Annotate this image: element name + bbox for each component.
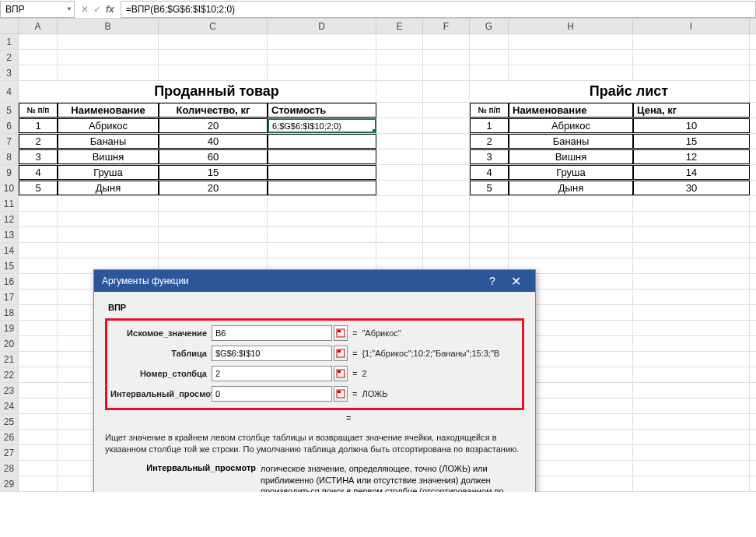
arg-input-0[interactable] bbox=[212, 325, 332, 341]
cell-H13[interactable] bbox=[509, 227, 633, 242]
dialog-help-icon[interactable]: ? bbox=[481, 275, 504, 287]
name-box-dropdown-icon[interactable]: ▼ bbox=[66, 5, 72, 12]
cell-E8[interactable] bbox=[376, 149, 423, 164]
col-header-F[interactable]: F bbox=[423, 19, 470, 33]
name-box[interactable]: ВПР ▼ bbox=[0, 1, 75, 18]
cell-A18[interactable] bbox=[19, 305, 58, 320]
cell-A21[interactable] bbox=[19, 352, 58, 367]
cell-F10[interactable] bbox=[423, 181, 470, 195]
arg-input-1[interactable] bbox=[212, 346, 332, 361]
cell-D8[interactable] bbox=[268, 149, 376, 164]
cell-C11[interactable] bbox=[159, 196, 268, 211]
row-header-10[interactable]: 10 bbox=[0, 181, 19, 195]
cell-E11[interactable] bbox=[376, 196, 423, 211]
cell-G11[interactable] bbox=[470, 196, 509, 211]
cell-I6[interactable]: 10 bbox=[633, 118, 750, 133]
cell-A5[interactable]: № п/п bbox=[19, 103, 58, 118]
cancel-formula-icon[interactable]: ✕ bbox=[81, 4, 89, 15]
cell-I13[interactable] bbox=[633, 227, 750, 242]
cell-C13[interactable] bbox=[159, 227, 268, 242]
cell-C5[interactable]: Количество, кг bbox=[159, 103, 268, 118]
row-header-29[interactable]: 29 bbox=[0, 476, 19, 491]
cell-I22[interactable] bbox=[633, 367, 750, 382]
cell-B6[interactable]: Абрикос bbox=[58, 118, 159, 133]
cell-F4[interactable] bbox=[423, 81, 470, 102]
cell-D6[interactable]: 6;$G$6:$I$10;2;0) bbox=[268, 118, 376, 133]
cell-A2[interactable] bbox=[19, 50, 58, 65]
cell-D5[interactable]: Стоимость bbox=[268, 103, 376, 118]
cell-A8[interactable]: 3 bbox=[19, 149, 58, 164]
cell-H1[interactable] bbox=[509, 34, 633, 49]
col-header-E[interactable]: E bbox=[376, 19, 423, 33]
row-header-9[interactable]: 9 bbox=[0, 165, 19, 180]
cell-C10[interactable]: 20 bbox=[159, 181, 268, 195]
cell-H10[interactable]: Дыня bbox=[509, 181, 633, 195]
range-picker-icon[interactable] bbox=[334, 346, 348, 361]
cell-D7[interactable] bbox=[268, 134, 376, 149]
cell-D13[interactable] bbox=[268, 227, 376, 242]
col-header-B[interactable]: B bbox=[58, 19, 159, 33]
cell-B4[interactable]: Проданный товар bbox=[58, 81, 376, 102]
cell-F5[interactable] bbox=[423, 103, 470, 118]
cell-C14[interactable] bbox=[159, 243, 268, 258]
cell-I2[interactable] bbox=[633, 50, 750, 65]
row-header-6[interactable]: 6 bbox=[0, 118, 19, 133]
row-header-18[interactable]: 18 bbox=[0, 305, 19, 320]
cell-I17[interactable] bbox=[633, 290, 750, 304]
cell-C7[interactable]: 40 bbox=[159, 134, 268, 149]
cell-I24[interactable] bbox=[633, 398, 750, 413]
cell-C1[interactable] bbox=[159, 34, 268, 49]
cell-C9[interactable]: 15 bbox=[159, 165, 268, 180]
cell-I3[interactable] bbox=[633, 65, 750, 80]
cell-B7[interactable]: Бананы bbox=[58, 134, 159, 149]
cell-B12[interactable] bbox=[58, 212, 159, 226]
row-header-19[interactable]: 19 bbox=[0, 321, 19, 335]
cell-A1[interactable] bbox=[19, 34, 58, 49]
cell-H6[interactable]: Абрикос bbox=[509, 118, 633, 133]
cell-D14[interactable] bbox=[268, 243, 376, 258]
cell-H14[interactable] bbox=[509, 243, 633, 258]
cell-A25[interactable] bbox=[19, 414, 58, 429]
accept-formula-icon[interactable]: ✓ bbox=[93, 4, 101, 15]
cell-I15[interactable] bbox=[633, 258, 750, 273]
cell-E2[interactable] bbox=[376, 50, 423, 65]
cell-F2[interactable] bbox=[423, 50, 470, 65]
cell-E5[interactable] bbox=[376, 103, 423, 118]
cell-I12[interactable] bbox=[633, 212, 750, 226]
cell-I10[interactable]: 30 bbox=[633, 181, 750, 195]
cell-B3[interactable] bbox=[58, 65, 159, 80]
cell-I16[interactable] bbox=[633, 274, 750, 289]
cell-E1[interactable] bbox=[376, 34, 423, 49]
arg-input-3[interactable] bbox=[212, 386, 332, 402]
row-header-28[interactable]: 28 bbox=[0, 461, 19, 476]
cell-G8[interactable]: 3 bbox=[470, 149, 509, 164]
cell-H3[interactable] bbox=[509, 65, 633, 80]
cell-D2[interactable] bbox=[268, 50, 376, 65]
col-header-A[interactable]: A bbox=[19, 19, 58, 33]
cell-I25[interactable] bbox=[633, 414, 750, 429]
cell-A28[interactable] bbox=[19, 461, 58, 476]
cell-A26[interactable] bbox=[19, 430, 58, 444]
row-header-12[interactable]: 12 bbox=[0, 212, 19, 226]
cell-F9[interactable] bbox=[423, 165, 470, 180]
cell-G3[interactable] bbox=[470, 65, 509, 80]
cell-D12[interactable] bbox=[268, 212, 376, 226]
row-header-2[interactable]: 2 bbox=[0, 50, 19, 65]
row-header-15[interactable]: 15 bbox=[0, 258, 19, 273]
col-header-C[interactable]: C bbox=[159, 19, 268, 33]
row-header-4[interactable]: 4 bbox=[0, 81, 19, 102]
row-header-1[interactable]: 1 bbox=[0, 34, 19, 49]
cell-I8[interactable]: 12 bbox=[633, 149, 750, 164]
row-header-24[interactable]: 24 bbox=[0, 398, 19, 413]
cell-B8[interactable]: Вишня bbox=[58, 149, 159, 164]
cell-B2[interactable] bbox=[58, 50, 159, 65]
cell-E12[interactable] bbox=[376, 212, 423, 226]
cell-A13[interactable] bbox=[19, 227, 58, 242]
cell-I5[interactable]: Цена, кг bbox=[633, 103, 750, 118]
cell-I14[interactable] bbox=[633, 243, 750, 258]
cell-C6[interactable]: 20 bbox=[159, 118, 268, 133]
cell-B13[interactable] bbox=[58, 227, 159, 242]
row-header-16[interactable]: 16 bbox=[0, 274, 19, 289]
cell-I28[interactable] bbox=[633, 461, 750, 476]
cell-A16[interactable] bbox=[19, 274, 58, 289]
